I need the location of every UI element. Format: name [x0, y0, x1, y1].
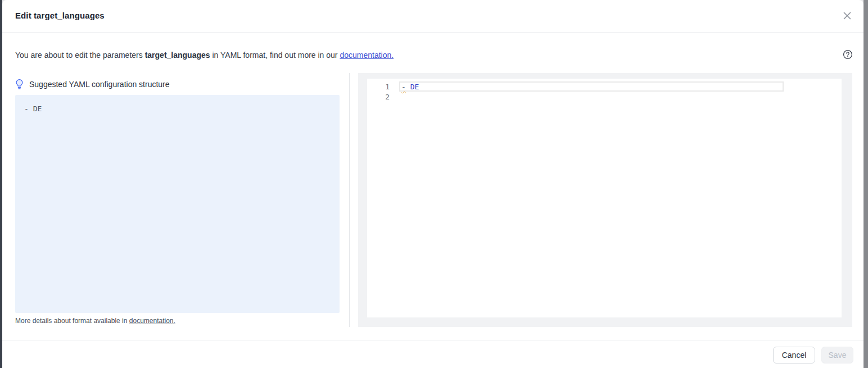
help-button[interactable]: [842, 49, 853, 61]
close-icon: [843, 11, 852, 22]
suggested-yaml-code: - DE: [24, 105, 331, 113]
yaml-dash-token: -: [401, 83, 406, 91]
yaml-code-editor[interactable]: 1 - DE 2: [367, 79, 842, 317]
lightbulb-icon: [15, 79, 24, 90]
editor-line-2[interactable]: 2: [367, 92, 842, 102]
screen: Edit target_languages You are about to e…: [0, 0, 868, 368]
documentation-link[interactable]: documentation.: [340, 51, 394, 60]
line-number: 1: [367, 82, 390, 92]
editor-line-1[interactable]: 1 - DE: [367, 82, 842, 92]
cancel-button[interactable]: Cancel: [773, 347, 815, 364]
modal-title: Edit target_languages: [15, 11, 105, 20]
close-button[interactable]: [841, 10, 853, 22]
suggestion-header: Suggested YAML configuration structure: [15, 78, 341, 90]
intro-before: You are about to edit the parameters: [15, 51, 145, 60]
yaml-editor-panel: 1 - DE 2: [358, 73, 852, 327]
modal-footer: Cancel Save: [2, 340, 864, 368]
yaml-value-token: DE: [410, 83, 419, 91]
panel-divider: [349, 73, 350, 327]
suggested-yaml-box: - DE: [15, 95, 340, 313]
help-circle-icon: [843, 49, 853, 61]
save-button[interactable]: Save: [821, 347, 853, 364]
background-page-scrollbar[interactable]: [864, 0, 868, 368]
format-note-documentation-link[interactable]: documentation.: [129, 317, 175, 325]
line-number: 2: [367, 92, 390, 102]
intro-param-name: target_languages: [145, 51, 210, 60]
intro-after: in YAML format, find out more in our: [210, 51, 340, 60]
intro-text: You are about to edit the parameters tar…: [15, 51, 830, 60]
edit-parameter-modal: Edit target_languages You are about to e…: [2, 0, 864, 368]
suggestion-header-label: Suggested YAML configuration structure: [29, 80, 170, 89]
format-note-text: More details about format available in: [15, 317, 129, 325]
format-note: More details about format available in d…: [15, 317, 175, 325]
modal-header: Edit target_languages: [2, 0, 864, 33]
editor-line-1-code: - DE: [401, 82, 419, 92]
